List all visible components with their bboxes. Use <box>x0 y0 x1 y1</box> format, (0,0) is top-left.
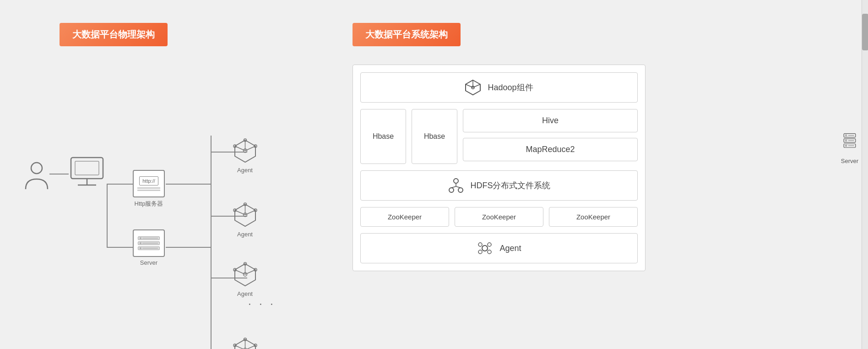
hbase-box-2: Hbase <box>412 109 457 164</box>
server-box: Server <box>133 229 165 266</box>
zookeeper-box-3: ZooKeeper <box>549 207 638 227</box>
hbase-box-1: Hbase <box>360 109 406 164</box>
hdfs-label: HDFS分布式文件系统 <box>471 180 551 191</box>
right-panel: 大数据平台系统架构 Hado <box>343 0 868 349</box>
dots-indicator: ··· <box>245 303 278 307</box>
svg-rect-1 <box>71 158 103 179</box>
scrollbar[interactable] <box>862 0 868 349</box>
svg-point-50 <box>488 243 491 246</box>
line-http-v <box>166 184 212 185</box>
agent-cube-icon-1 <box>229 136 261 165</box>
left-panel: 大数据平台物理架构 <box>0 0 343 349</box>
http-server-label: Http服务器 <box>133 200 165 208</box>
agent-box-4 <box>229 335 261 349</box>
right-server: Server <box>836 128 863 164</box>
agent-box-2: Agent <box>229 200 261 238</box>
left-arch-diagram: http:// Http服务器 <box>9 69 320 335</box>
line-monitor-server <box>107 247 133 248</box>
agent-cluster-icon <box>477 240 493 256</box>
svg-point-64 <box>845 145 846 146</box>
agent-bottom-label: Agent <box>499 244 521 253</box>
http-server-icon: http:// <box>133 170 165 197</box>
hive-box: Hive <box>463 109 638 132</box>
arch-outer-box: Hadoop组件 Hbase Hbase <box>353 65 646 271</box>
hadoop-row: Hadoop组件 <box>360 72 638 103</box>
agent-label-1: Agent <box>229 167 261 174</box>
server-box-label: Server <box>133 259 165 266</box>
line-monitor-http <box>107 184 133 185</box>
svg-point-0 <box>31 163 42 174</box>
svg-point-51 <box>478 250 482 254</box>
vertical-main-line <box>211 136 212 349</box>
agent-label-2: Agent <box>229 231 261 238</box>
right-header: 大数据平台系统架构 <box>353 23 461 46</box>
agent-box-1: Agent <box>229 136 261 174</box>
zookeeper-row: ZooKeeper ZooKeeper ZooKeeper <box>360 207 638 227</box>
left-header: 大数据平台物理架构 <box>60 23 168 46</box>
agent-cube-icon-4 <box>229 335 261 349</box>
agent-bottom-row: Agent <box>360 233 638 263</box>
svg-point-61 <box>845 140 846 141</box>
svg-line-46 <box>451 186 456 188</box>
hadoop-cube-icon <box>465 79 481 96</box>
svg-point-52 <box>488 250 491 254</box>
hdfs-row: HDFS分布式文件系统 <box>360 170 638 201</box>
page-container: 大数据平台物理架构 <box>0 0 868 349</box>
line-monitor-vertical <box>107 184 108 247</box>
agent-label-3: Agent <box>229 290 261 297</box>
svg-point-58 <box>845 135 846 136</box>
agent-box-3: Agent <box>229 259 261 297</box>
svg-point-44 <box>458 188 463 192</box>
svg-point-49 <box>478 243 482 246</box>
svg-line-47 <box>456 186 461 188</box>
line-server-v <box>166 247 212 248</box>
svg-point-43 <box>449 188 454 192</box>
http-server: http:// Http服务器 <box>133 170 165 208</box>
monitor-icon <box>69 154 105 192</box>
person-icon <box>23 161 50 195</box>
mapreduce-box: MapReduce2 <box>463 138 638 161</box>
hive-mapreduce-col: Hive MapReduce2 <box>463 109 638 164</box>
line-person-monitor <box>49 174 69 174</box>
svg-point-42 <box>454 179 458 183</box>
hbase-col: Hbase <box>360 109 406 164</box>
scrollbar-thumb[interactable] <box>862 14 868 50</box>
hdfs-icon <box>448 177 464 194</box>
svg-point-48 <box>482 245 488 251</box>
svg-rect-4 <box>75 161 99 175</box>
agent-cube-icon-2 <box>229 200 261 229</box>
hbase-col-2: Hbase <box>412 109 457 164</box>
agent-cube-icon-3 <box>229 259 261 289</box>
zookeeper-box-1: ZooKeeper <box>360 207 449 227</box>
zookeeper-box-2: ZooKeeper <box>455 207 543 227</box>
hadoop-label: Hadoop组件 <box>488 82 533 93</box>
right-server-label: Server <box>836 158 863 164</box>
server-box-icon <box>133 229 165 257</box>
middle-row: Hbase Hbase Hive MapReduce2 <box>360 109 638 164</box>
right-server-icon <box>836 128 863 156</box>
